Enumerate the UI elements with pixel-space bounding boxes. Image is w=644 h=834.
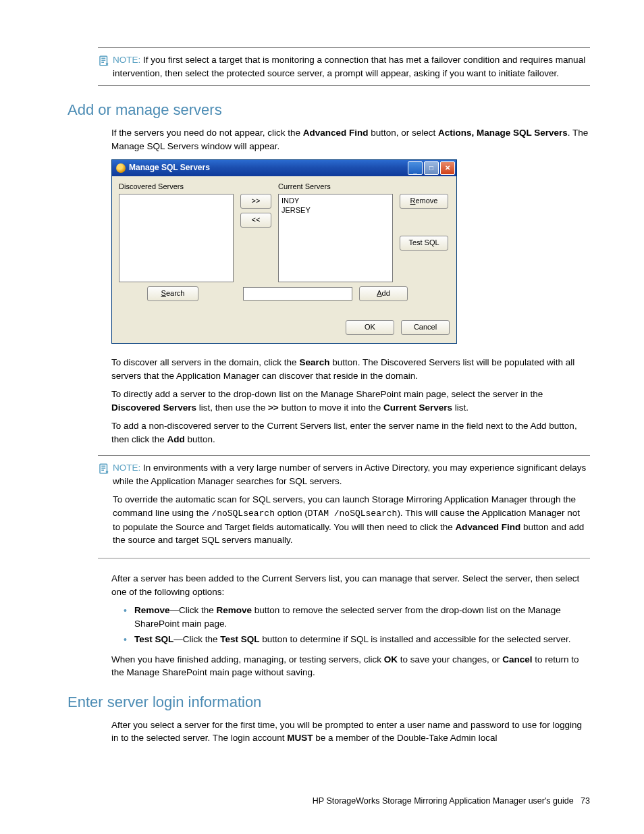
note-block-1: NOTE: If you first select a target that … [98, 47, 590, 86]
para-nondiscovered: To add a non-discovered server to the Cu… [111, 419, 590, 446]
discovered-listbox[interactable] [119, 194, 234, 282]
note-text: NOTE: In environments with a very large … [113, 461, 590, 552]
current-listbox[interactable]: INDY JERSEY [278, 194, 393, 282]
move-right-button[interactable]: >> [240, 194, 271, 209]
add-server-input[interactable] [243, 287, 352, 301]
note-icon [98, 461, 113, 552]
note-text: NOTE: If you first select a target that … [113, 53, 590, 80]
note-label: NOTE: [113, 55, 140, 65]
para-direct-add: To directly add a server to the drop-dow… [111, 388, 590, 414]
minimize-button[interactable]: _ [408, 161, 423, 175]
app-icon [116, 163, 126, 173]
move-left-button[interactable]: << [240, 213, 271, 228]
page-footer: HP StorageWorks Storage Mirroring Applic… [313, 795, 590, 807]
remove-button[interactable]: Remove [400, 194, 448, 209]
list-item[interactable]: JERSEY [281, 205, 390, 215]
note-body: If you first select a target that is mon… [113, 55, 585, 78]
test-sql-button[interactable]: Test SQL [400, 236, 448, 251]
maximize-button[interactable]: □ [424, 161, 439, 175]
cancel-button[interactable]: Cancel [401, 320, 450, 335]
search-button[interactable]: Search [147, 286, 198, 301]
titlebar: Manage SQL Servers _ □ ✕ [112, 160, 456, 176]
dialog-title: Manage SQL Servers [129, 162, 408, 174]
ok-button[interactable]: OK [346, 320, 394, 335]
discovered-label: Discovered Servers [119, 182, 234, 192]
para-login: After you select a server for the first … [111, 719, 590, 745]
close-button[interactable]: ✕ [440, 161, 455, 175]
list-item: Test SQL—Click the Test SQL button to de… [124, 633, 590, 646]
list-item: Remove—Click the Remove button to remove… [124, 604, 590, 630]
note-label: NOTE: [113, 463, 140, 473]
heading-add-manage: Add or manage servers [68, 99, 590, 121]
para-search: To discover all servers in the domain, c… [111, 356, 590, 382]
add-button[interactable]: Add [359, 286, 408, 301]
current-label: Current Servers [278, 182, 393, 192]
heading-login: Enter server login information [68, 692, 590, 713]
list-item[interactable]: INDY [281, 196, 390, 205]
para-finish: When you have finished adding, managing,… [111, 653, 590, 679]
note-block-2: NOTE: In environments with a very large … [98, 455, 590, 558]
intro-paragraph: If the servers you need do not appear, c… [111, 126, 590, 153]
options-list: Remove—Click the Remove button to remove… [124, 604, 590, 646]
para-manage: After a server has been added to the Cur… [111, 572, 590, 598]
note-icon [98, 53, 113, 80]
manage-sql-servers-dialog: Manage SQL Servers _ □ ✕ Discovered Serv… [111, 159, 457, 344]
